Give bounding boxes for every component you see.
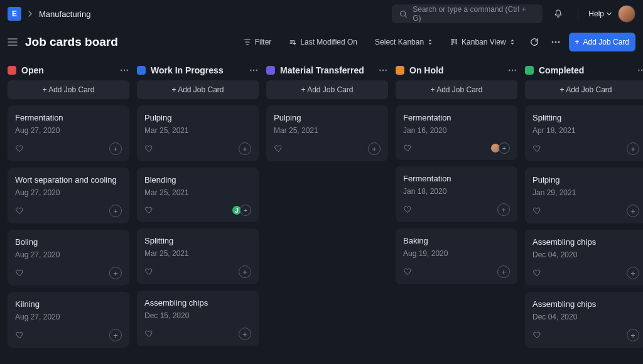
- like-button[interactable]: [144, 205, 154, 215]
- page-title: Job cards board: [25, 35, 118, 49]
- column-menu-button[interactable]: ⋯: [379, 65, 388, 75]
- add-assignee-button[interactable]: +: [499, 142, 510, 154]
- hamburger-icon[interactable]: [8, 38, 19, 46]
- card-date: Aug 27, 2020: [15, 188, 122, 197]
- job-card[interactable]: SplittingMar 25, 2021+: [137, 228, 259, 284]
- like-button[interactable]: [15, 206, 25, 216]
- plus-icon: +: [575, 38, 580, 46]
- svg-rect-3: [456, 40, 457, 45]
- column-menu-button[interactable]: ⋯: [637, 65, 643, 75]
- card-date: Aug 19, 2020: [403, 249, 510, 258]
- card-title: Assembling chips: [532, 299, 639, 309]
- like-button[interactable]: [532, 144, 543, 154]
- job-card[interactable]: PulpingJan 29, 2021+: [525, 168, 643, 223]
- kanban-view-dropdown[interactable]: Kanban View: [444, 33, 521, 51]
- like-button[interactable]: [403, 205, 413, 215]
- breadcrumb[interactable]: Manufacturing: [39, 9, 90, 19]
- add-assignee-button[interactable]: +: [497, 265, 510, 278]
- like-button[interactable]: [144, 144, 154, 154]
- add-assignee-button[interactable]: +: [239, 328, 251, 340]
- add-assignee-button[interactable]: +: [109, 267, 122, 279]
- like-button[interactable]: [15, 330, 25, 340]
- job-card[interactable]: Assembling chipsDec 04, 2020+: [525, 292, 643, 348]
- card-date: Mar 25, 2021: [144, 188, 251, 197]
- job-card[interactable]: BolingAug 27, 2020+: [8, 230, 129, 286]
- select-kanban-dropdown[interactable]: Select Kanban: [369, 33, 439, 51]
- job-card[interactable]: KilningAug 27, 2020+: [8, 292, 129, 348]
- job-card[interactable]: Assembling chipsDec 04, 2020+: [525, 230, 643, 286]
- add-card-button[interactable]: + Add Job Card: [266, 80, 388, 99]
- search-input[interactable]: Search or type a command (Ctrl + G): [392, 4, 543, 23]
- svg-point-5: [554, 41, 556, 43]
- filter-button[interactable]: Filter: [237, 33, 278, 51]
- like-button[interactable]: [144, 267, 154, 277]
- add-assignee-button[interactable]: +: [627, 205, 639, 217]
- add-assignee-button[interactable]: +: [627, 267, 639, 279]
- job-card[interactable]: Wort separation and coolingAug 27, 2020+: [8, 168, 129, 223]
- add-card-button[interactable]: + Add Job Card: [396, 80, 517, 99]
- add-assignee-button[interactable]: +: [497, 203, 510, 216]
- add-job-card-button[interactable]: + Add Job Card: [569, 33, 635, 51]
- job-card[interactable]: SplittingApr 18, 2021+: [525, 105, 643, 161]
- like-button[interactable]: [15, 268, 25, 278]
- card-date: Aug 27, 2020: [15, 126, 122, 135]
- job-card[interactable]: FermentationAug 27, 2020+: [8, 105, 129, 161]
- job-card[interactable]: FermentationJan 18, 2020+: [396, 166, 517, 222]
- add-card-button[interactable]: + Add Job Card: [525, 80, 643, 99]
- add-assignee-button[interactable]: +: [109, 205, 122, 217]
- card-title: Boling: [15, 237, 122, 247]
- notifications-button[interactable]: [549, 4, 568, 23]
- card-date: Jan 29, 2021: [532, 188, 639, 197]
- card-date: Mar 25, 2021: [144, 249, 251, 258]
- job-card[interactable]: FermentationJan 16, 2020+: [396, 105, 517, 160]
- add-card-button[interactable]: + Add Job Card: [137, 80, 259, 99]
- column-title: Work In Progress: [151, 65, 224, 75]
- add-assignee-button[interactable]: +: [627, 329, 639, 341]
- like-button[interactable]: [144, 329, 154, 339]
- kanban-icon: [450, 38, 458, 46]
- add-assignee-button[interactable]: +: [109, 142, 122, 155]
- column-menu-button[interactable]: ⋯: [508, 65, 517, 75]
- column-header: Completed⋯: [525, 60, 643, 80]
- card-date: Jan 16, 2020: [403, 126, 510, 135]
- kanban-column: Material Transferred⋯+ Add Job CardPulpi…: [266, 60, 388, 354]
- status-dot: [525, 66, 534, 75]
- column-menu-button[interactable]: ⋯: [120, 65, 129, 75]
- job-card[interactable]: PulpingMar 25, 2021+: [137, 105, 259, 161]
- card-title: Kilning: [15, 299, 122, 309]
- job-card[interactable]: Assembling chipsDec 15, 2020+: [137, 291, 259, 346]
- help-dropdown[interactable]: Help: [588, 9, 612, 18]
- add-card-button[interactable]: + Add Job Card: [8, 80, 129, 99]
- more-menu-button[interactable]: [548, 33, 564, 51]
- column-title: On Hold: [409, 65, 443, 75]
- add-assignee-button[interactable]: +: [239, 142, 251, 155]
- like-button[interactable]: [532, 330, 543, 340]
- app-logo[interactable]: E: [8, 7, 21, 21]
- user-avatar[interactable]: [618, 5, 635, 23]
- like-button[interactable]: [274, 144, 284, 154]
- search-placeholder: Search or type a command (Ctrl + G): [413, 5, 535, 23]
- status-dot: [396, 66, 404, 75]
- like-button[interactable]: [532, 206, 543, 216]
- status-dot: [137, 66, 146, 75]
- column-menu-button[interactable]: ⋯: [249, 65, 259, 75]
- card-title: Pulping: [274, 113, 381, 122]
- card-date: Mar 25, 2021: [144, 126, 251, 135]
- sort-button[interactable]: Last Modified On: [283, 33, 364, 51]
- job-card[interactable]: BlendingMar 25, 2021J+: [137, 168, 259, 222]
- add-assignee-button[interactable]: +: [109, 329, 122, 341]
- like-button[interactable]: [403, 143, 413, 153]
- refresh-icon: [530, 38, 539, 46]
- like-button[interactable]: [15, 144, 25, 154]
- job-card[interactable]: PulpingMar 25, 2021+: [266, 105, 388, 161]
- card-title: Baking: [403, 236, 510, 245]
- refresh-button[interactable]: [526, 33, 543, 51]
- add-assignee-button[interactable]: +: [368, 142, 381, 155]
- like-button[interactable]: [532, 268, 543, 278]
- add-assignee-button[interactable]: +: [239, 265, 251, 278]
- like-button[interactable]: [403, 267, 413, 277]
- kanban-column: On Hold⋯+ Add Job CardFermentationJan 16…: [396, 60, 517, 354]
- add-assignee-button[interactable]: +: [240, 205, 251, 216]
- add-assignee-button[interactable]: +: [627, 142, 639, 155]
- job-card[interactable]: BakingAug 19, 2020+: [396, 228, 517, 284]
